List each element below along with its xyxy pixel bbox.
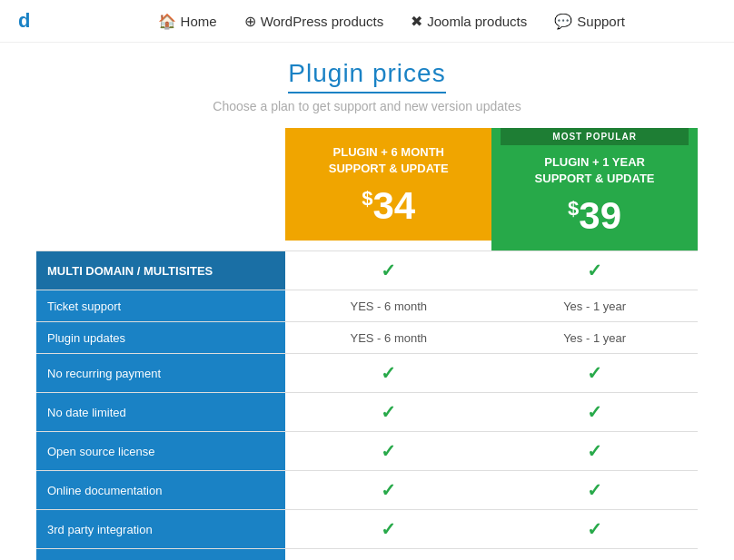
page-subtitle: Choose a plan to get support and new ver… — [0, 99, 734, 113]
checkmark-icon: ✓ — [381, 402, 396, 422]
main-nav: d 🏠 Home ⊕ WordPress products ✖ Joomla p… — [0, 0, 734, 43]
nav-joomla-label: Joomla products — [427, 14, 527, 29]
nav-logo: d — [18, 9, 30, 33]
checkmark-icon: ✓ — [587, 363, 602, 383]
plan-green-price: $39 — [501, 194, 689, 238]
feature-label-6: Online documentation — [36, 471, 285, 510]
feature-plan2-8: ✓ — [491, 549, 698, 560]
support-icon: 💬 — [554, 13, 572, 30]
nav-support-label: Support — [577, 14, 625, 29]
page-title: Plugin prices — [288, 59, 445, 93]
checkmark-icon: ✓ — [381, 363, 396, 383]
feature-plan2-1: Yes - 1 year — [491, 290, 698, 322]
plan-yellow-title: PLUGIN + 6 MONTHSUPPORT & UPDATE — [294, 144, 482, 177]
checkmark-icon: ✓ — [587, 441, 602, 461]
plan-green-title: PLUGIN + 1 YEARSUPPORT & UPDATE — [501, 154, 689, 187]
feature-plan2-3: ✓ — [491, 354, 698, 393]
feature-row-6: Online documentation✓✓ — [36, 471, 698, 510]
plan-green-card: MOST POPULAR PLUGIN + 1 YEARSUPPORT & UP… — [491, 128, 698, 251]
feature-row-1: Ticket supportYES - 6 monthYes - 1 year — [36, 290, 698, 322]
plan-green-currency: $ — [568, 197, 579, 220]
feature-label-0: MULTI DOMAIN / MULTISITES — [36, 251, 285, 290]
checkmark-icon: ✓ — [587, 402, 602, 422]
feature-plan1-4: ✓ — [285, 393, 491, 432]
feature-row-7: 3rd party integration✓✓ — [36, 510, 698, 549]
nav-support[interactable]: 💬 Support — [554, 13, 625, 30]
feature-text-plan1-2: YES - 6 month — [350, 331, 427, 345]
feature-row-4: No date limited✓✓ — [36, 393, 698, 432]
checkmark-icon: ✓ — [381, 441, 396, 461]
plan-1year-header: MOST POPULAR PLUGIN + 1 YEARSUPPORT & UP… — [491, 128, 698, 251]
feature-label-5: Open source license — [36, 432, 285, 471]
plan-yellow-currency: $ — [362, 187, 372, 210]
feature-label-4: No date limited — [36, 393, 285, 432]
checkmark-icon: ✓ — [381, 480, 396, 500]
feature-plan2-2: Yes - 1 year — [491, 322, 698, 354]
nav-home[interactable]: 🏠 Home — [158, 13, 217, 30]
feature-row-0: MULTI DOMAIN / MULTISITES✓✓ — [36, 251, 698, 290]
nav-joomla[interactable]: ✖ Joomla products — [411, 13, 527, 30]
plan-6month-header: PLUGIN + 6 MONTHSUPPORT & UPDATE $34 — [285, 128, 491, 251]
feature-plan2-6: ✓ — [491, 471, 698, 510]
feature-plan2-7: ✓ — [491, 510, 698, 549]
feature-plan2-4: ✓ — [491, 393, 698, 432]
feature-label-2: Plugin updates — [36, 322, 285, 354]
checkmark-icon: ✓ — [587, 519, 602, 539]
nav-home-label: Home — [181, 14, 217, 29]
feature-plan1-8: ✓ — [285, 549, 491, 560]
home-icon: 🏠 — [158, 13, 176, 30]
plan-yellow-card: PLUGIN + 6 MONTHSUPPORT & UPDATE $34 — [285, 128, 491, 241]
feature-plan1-6: ✓ — [285, 471, 491, 510]
plan-header-row: PLUGIN + 6 MONTHSUPPORT & UPDATE $34 MOS… — [36, 128, 698, 251]
feature-plan1-1: YES - 6 month — [285, 290, 491, 322]
feature-plan2-0: ✓ — [491, 251, 698, 290]
feature-rows: MULTI DOMAIN / MULTISITES✓✓Ticket suppor… — [36, 251, 698, 560]
pricing-section: PLUGIN + 6 MONTHSUPPORT & UPDATE $34 MOS… — [0, 119, 734, 560]
nav-wordpress-label: WordPress products — [261, 14, 384, 29]
feature-label-7: 3rd party integration — [36, 510, 285, 549]
feature-plan1-5: ✓ — [285, 432, 491, 471]
feature-plan1-3: ✓ — [285, 354, 491, 393]
feature-plan1-0: ✓ — [285, 251, 491, 290]
feature-plan1-2: YES - 6 month — [285, 322, 491, 354]
feature-plan2-5: ✓ — [491, 432, 698, 471]
page-header: Plugin prices Choose a plan to get suppo… — [0, 43, 734, 119]
checkmark-icon: ✓ — [587, 480, 602, 500]
most-popular-badge: MOST POPULAR — [501, 128, 689, 145]
empty-header-cell — [36, 128, 285, 251]
checkmark-icon: ✓ — [587, 260, 602, 280]
pricing-table: PLUGIN + 6 MONTHSUPPORT & UPDATE $34 MOS… — [36, 128, 698, 560]
feature-text-plan2-1: Yes - 1 year — [563, 300, 626, 313]
feature-row-8: Compatibility WP 4+✓✓ — [36, 549, 698, 560]
feature-plan1-7: ✓ — [285, 510, 491, 549]
wordpress-icon: ⊕ — [244, 13, 256, 30]
checkmark-icon: ✓ — [381, 519, 396, 539]
plan-yellow-price: $34 — [294, 184, 482, 228]
nav-wordpress[interactable]: ⊕ WordPress products — [244, 13, 384, 30]
feature-row-2: Plugin updatesYES - 6 monthYes - 1 year — [36, 322, 698, 354]
nav-items: 🏠 Home ⊕ WordPress products ✖ Joomla pro… — [66, 13, 716, 30]
feature-label-3: No recurring payment — [36, 354, 285, 393]
feature-row-5: Open source license✓✓ — [36, 432, 698, 471]
joomla-icon: ✖ — [411, 13, 422, 30]
feature-text-plan2-2: Yes - 1 year — [563, 331, 626, 345]
checkmark-icon: ✓ — [381, 260, 396, 280]
feature-text-plan1-1: YES - 6 month — [350, 300, 427, 313]
feature-label-1: Ticket support — [36, 290, 285, 322]
feature-label-8: Compatibility WP 4+ — [36, 549, 285, 560]
feature-row-3: No recurring payment✓✓ — [36, 354, 698, 393]
